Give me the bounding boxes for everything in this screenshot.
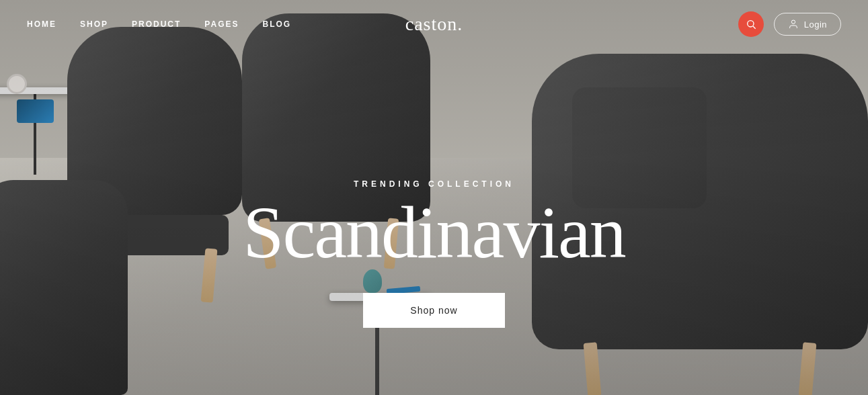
login-button[interactable]: Login: [774, 13, 841, 36]
hero-section: HOME SHOP PRODUCT PAGES BLOG caston. Log…: [0, 0, 868, 395]
nav-item-pages[interactable]: PAGES: [204, 19, 239, 29]
site-logo[interactable]: caston.: [405, 13, 463, 35]
nav-item-blog[interactable]: BLOG: [262, 19, 291, 29]
nav-item-shop[interactable]: SHOP: [80, 19, 108, 29]
login-label: Login: [804, 19, 827, 30]
shop-now-button[interactable]: Shop now: [363, 293, 504, 328]
user-icon: [788, 19, 799, 30]
search-button[interactable]: [738, 11, 764, 37]
svg-line-1: [753, 26, 756, 29]
nav-right: Login: [738, 11, 841, 37]
svg-point-2: [791, 20, 795, 24]
navbar: HOME SHOP PRODUCT PAGES BLOG caston. Log…: [0, 0, 868, 48]
nav-item-home[interactable]: HOME: [27, 19, 56, 29]
nav-left: HOME SHOP PRODUCT PAGES BLOG: [27, 19, 291, 29]
search-icon: [746, 19, 756, 30]
hero-title: Scandinavian: [199, 195, 670, 269]
trending-label: TRENDING COLLECTION: [199, 179, 670, 189]
hero-content: TRENDING COLLECTION Scandinavian Shop no…: [199, 179, 670, 328]
svg-point-0: [747, 21, 753, 27]
nav-item-product[interactable]: PRODUCT: [132, 19, 181, 29]
